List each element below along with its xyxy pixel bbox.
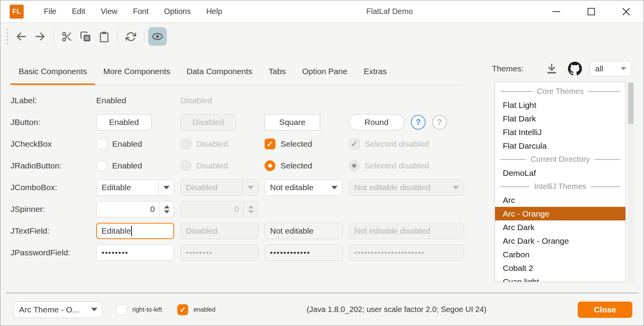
theme-list-scrollbar[interactable] [628,83,634,283]
spinner-enabled[interactable]: 0 [96,201,174,217]
copy-icon[interactable] [76,27,95,46]
jcombobox-row-label: JComboBox: [10,183,96,192]
checkbox-checked-icon: ✓ [349,139,360,149]
checkbox-label: Selected [280,139,312,149]
checkbox-disabled: Disabled [180,139,265,149]
spinner-arrows[interactable] [159,201,174,217]
menu-font[interactable]: Font [125,7,156,16]
theme-group-separator: Core Themes [495,85,625,98]
menu-options[interactable]: Options [156,7,199,16]
checkbox-checked-icon[interactable]: ✓ [177,304,188,315]
theme-item[interactable]: Flat Darcula [495,139,625,153]
lookandfeel-combo[interactable]: Arc Theme - O... [14,302,102,318]
passwordfield-not-editable[interactable]: •••••••••••• [265,244,343,261]
theme-item[interactable]: Cobalt 2 [495,261,625,275]
refresh-icon[interactable] [121,27,140,46]
tab-more-components[interactable]: More Components [95,58,178,85]
checkbox-enabled[interactable]: Enabled [96,139,180,149]
chevron-down-icon[interactable] [87,302,102,317]
theme-item[interactable]: Flat IntelliJ [495,125,625,139]
combobox-value: Not editable [270,183,313,192]
radio-checked-icon[interactable] [265,160,275,171]
jcombobox-row: JComboBox: Editable Disabled Not edita [10,177,492,198]
theme-item[interactable]: Arc Dark - Orange [495,234,625,248]
textfield-value: Not editable disabled [354,226,430,236]
download-icon[interactable] [545,62,558,75]
passwordfield-enabled[interactable]: •••••••• [96,244,174,261]
theme-item[interactable]: Cyan light [495,275,625,282]
theme-list: Core Themes Flat Light Flat Dark Flat In… [495,82,626,282]
spinner-up-icon [248,205,254,208]
spinner-value[interactable]: 0 [102,205,159,214]
close-button[interactable]: Close [578,302,632,318]
paste-icon[interactable] [95,27,113,46]
tab-option-pane[interactable]: Option Pane [294,58,356,85]
tab-data-components[interactable]: Data Components [178,58,260,85]
theme-item-selected[interactable]: Arc - Orange [495,207,625,220]
radio-selected[interactable]: Selected [265,160,349,171]
maximize-button[interactable] [574,0,609,23]
forward-icon[interactable] [31,27,49,46]
checkbox-selected[interactable]: ✓ Selected [265,139,349,149]
combobox-not-editable[interactable]: Not editable [265,179,343,196]
right-to-left-checkbox[interactable]: right-to-left [116,304,162,315]
checkbox-icon[interactable] [96,139,107,149]
theme-group-separator: IntelliJ Themes [495,180,625,193]
enabled-button[interactable]: Enabled [96,114,152,130]
status-text: (Java 1.8.0_202; user scale factor 2.0; … [215,305,578,314]
theme-item[interactable]: Flat Dark [495,112,625,125]
theme-item[interactable]: Flat Light [495,98,625,112]
menu-help[interactable]: Help [199,7,230,16]
textfield-not-editable[interactable]: Not editable [265,223,343,239]
text-caret [131,226,132,236]
checkbox-icon[interactable] [116,304,127,315]
textfield-editable[interactable]: Editable [96,223,174,239]
password-dots: •••••••• [186,248,213,257]
show-eye-icon[interactable] [148,27,167,46]
chevron-down-icon[interactable] [327,180,342,195]
back-icon[interactable] [12,27,31,46]
spinner-up-icon[interactable] [164,205,170,208]
combobox-editable[interactable]: Editable [96,179,174,196]
tab-extras[interactable]: Extras [355,58,395,85]
cut-icon[interactable] [57,27,76,46]
scrollbar-thumb[interactable] [628,83,634,124]
menu-view[interactable]: View [93,7,125,16]
disabled-button: Disabled [180,114,236,130]
chevron-down-icon [242,180,258,195]
toolbar-separator [144,29,144,43]
enabled-checkbox[interactable]: ✓ enabled [177,304,215,315]
tab-tabs[interactable]: Tabs [260,58,294,85]
github-icon[interactable] [568,62,582,76]
spinner-down-icon[interactable] [164,210,170,213]
chevron-down-icon[interactable] [158,180,174,195]
checkbox-checked-icon[interactable]: ✓ [265,139,275,149]
theme-item[interactable]: DemoLaf [495,166,625,180]
radio-icon[interactable] [96,160,107,171]
menu-file[interactable]: File [36,7,64,16]
main-area: Basic Components More Components Data Co… [0,50,644,293]
theme-item[interactable]: Arc [495,193,625,207]
window-controls [539,0,644,23]
checkbox-label: Disabled [196,139,228,149]
square-button[interactable]: Square [265,114,320,130]
help-button[interactable]: ? [411,115,426,130]
radio-enabled[interactable]: Enabled [96,160,180,171]
theme-item[interactable]: Arc Dark [495,220,625,234]
theme-item[interactable]: Carbon [495,248,625,261]
title-bar: FL File Edit View Font Options Help Flat… [0,0,644,23]
passwordfield-not-editable-disabled: ••••••••••••••••••••• [349,244,464,261]
theme-filter-combo[interactable]: all [589,61,632,76]
close-window-button[interactable] [609,0,644,23]
combobox-value: Editable [102,183,131,192]
menu-edit[interactable]: Edit [64,7,93,16]
radio-checked-icon [349,160,360,171]
theme-group-separator: Current Directory [495,153,625,166]
round-button[interactable]: Round [349,114,404,130]
minimize-button[interactable] [539,0,574,23]
chevron-down-icon [621,67,626,70]
jbutton-row-label: JButton: [10,118,96,127]
toolbar-grip-handle[interactable] [6,28,9,45]
jradiobutton-row-label: JRadioButton: [10,161,96,170]
tab-basic-components[interactable]: Basic Components [10,58,95,85]
